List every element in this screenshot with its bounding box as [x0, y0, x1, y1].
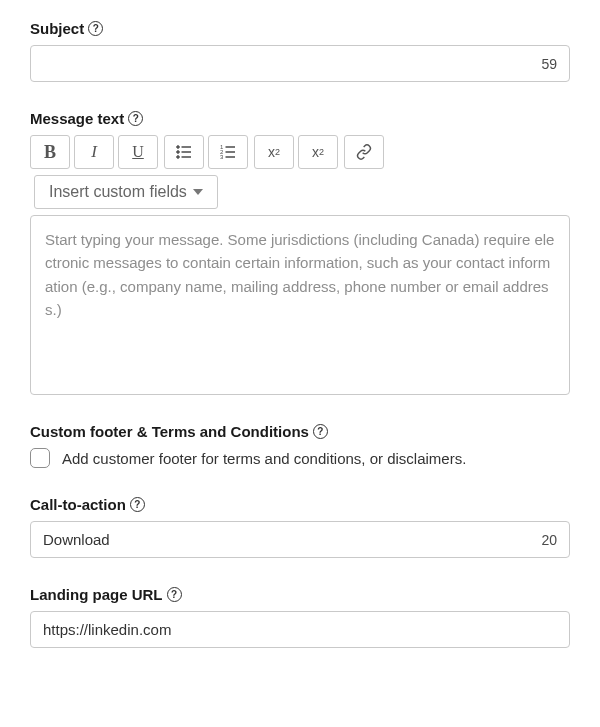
script-group: x2 x2	[254, 135, 338, 169]
superscript-button[interactable]: x2	[254, 135, 294, 169]
cta-input-wrapper: 20	[30, 521, 570, 558]
message-placeholder: Start typing your message. Some jurisdic…	[45, 231, 554, 318]
numbered-list-button[interactable]: 1 2 3	[208, 135, 248, 169]
svg-text:3: 3	[220, 154, 224, 160]
cta-label: Call-to-action ?	[30, 496, 570, 513]
subject-input[interactable]	[43, 55, 531, 72]
caret-down-icon	[193, 189, 203, 195]
subject-label: Subject ?	[30, 20, 570, 37]
message-field: Message text ? B I U 1	[30, 110, 570, 395]
format-group: B I U	[30, 135, 158, 169]
help-icon[interactable]: ?	[130, 497, 145, 512]
footer-checkbox-row: Add customer footer for terms and condit…	[30, 448, 570, 468]
message-label: Message text ?	[30, 110, 570, 127]
landing-label-text: Landing page URL	[30, 586, 163, 603]
cta-input[interactable]	[43, 531, 531, 548]
footer-checkbox[interactable]	[30, 448, 50, 468]
landing-field: Landing page URL ?	[30, 586, 570, 648]
underline-button[interactable]: U	[118, 135, 158, 169]
help-icon[interactable]: ?	[313, 424, 328, 439]
bullet-list-icon	[176, 144, 192, 160]
message-label-text: Message text	[30, 110, 124, 127]
subject-counter: 59	[541, 56, 557, 72]
link-group	[344, 135, 384, 169]
message-textarea[interactable]: Start typing your message. Some jurisdic…	[30, 215, 570, 395]
help-icon[interactable]: ?	[167, 587, 182, 602]
cta-counter: 20	[541, 532, 557, 548]
footer-field: Custom footer & Terms and Conditions ? A…	[30, 423, 570, 468]
landing-input-wrapper	[30, 611, 570, 648]
link-icon	[356, 144, 372, 160]
help-icon[interactable]: ?	[88, 21, 103, 36]
subject-input-wrapper: 59	[30, 45, 570, 82]
cta-label-text: Call-to-action	[30, 496, 126, 513]
subject-label-text: Subject	[30, 20, 84, 37]
landing-label: Landing page URL ?	[30, 586, 570, 603]
landing-input[interactable]	[43, 621, 557, 638]
help-icon[interactable]: ?	[128, 111, 143, 126]
svg-point-0	[177, 146, 180, 149]
bullet-list-button[interactable]	[164, 135, 204, 169]
svg-point-2	[177, 151, 180, 154]
footer-label-text: Custom footer & Terms and Conditions	[30, 423, 309, 440]
subject-field: Subject ? 59	[30, 20, 570, 82]
footer-checkbox-label: Add customer footer for terms and condit…	[62, 450, 466, 467]
list-group: 1 2 3	[164, 135, 248, 169]
footer-label: Custom footer & Terms and Conditions ?	[30, 423, 570, 440]
italic-button[interactable]: I	[74, 135, 114, 169]
insert-custom-fields-button[interactable]: Insert custom fields	[34, 175, 218, 209]
bold-button[interactable]: B	[30, 135, 70, 169]
svg-point-4	[177, 156, 180, 159]
numbered-list-icon: 1 2 3	[220, 144, 236, 160]
cta-field: Call-to-action ? 20	[30, 496, 570, 558]
editor-toolbar: B I U 1 2 3	[30, 135, 570, 169]
insert-custom-fields-label: Insert custom fields	[49, 183, 187, 201]
link-button[interactable]	[344, 135, 384, 169]
subscript-button[interactable]: x2	[298, 135, 338, 169]
